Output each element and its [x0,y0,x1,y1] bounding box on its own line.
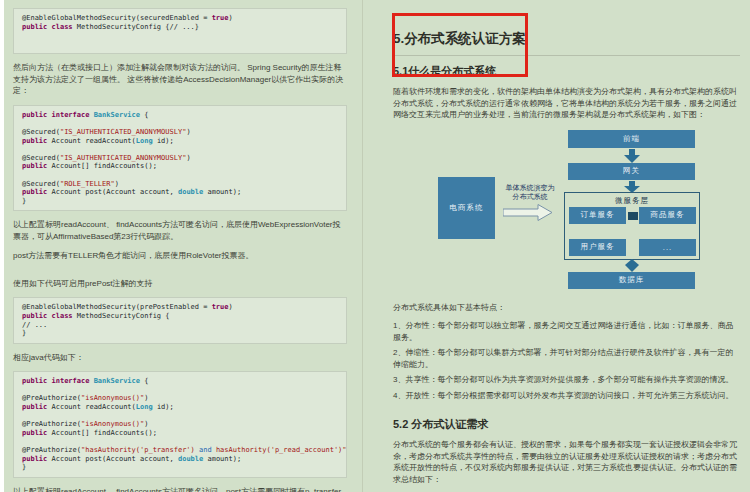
section-title-5-2: 5.2 分布式认证需求 [393,417,740,432]
feature-item: 1、分布性：每个部分都可以独立部署，服务之间交互通过网络进行通信，比如：订单服务… [393,320,740,343]
service-connector [628,212,638,220]
diagram-service-box: 用户服务 [569,239,626,256]
microservice-layer-label: 微服务层 [565,196,699,206]
paragraph-preauthorize-explain: 以上配置标明readAccount、 findAccounts方法可匿名访问，p… [13,486,347,492]
distributed-system-diagram: 电商系统 单体系统演变为 分布式系统 前端 网关 微服务层 订单服务商品服务用户… [393,128,740,295]
diamond-arrow-icon [624,259,640,272]
paragraph-method-annotation: 然后向方法（在类或接口上）添加注解就会限制对该方法的访问。 Spring Sec… [13,62,347,97]
code-block-prepost-config: @EnableGlobalMethodSecurity(prePostEnabl… [13,297,347,343]
code-block-bankservice-secured: public interface BankService { @Secured(… [13,105,347,212]
diagram-service-box: 订单服务 [569,207,626,224]
diagram-frontend-box: 前端 [568,130,695,148]
paragraph-distributed-intro: 随着软件环境和需求的变化，软件的架构由单体结构演变为分布式架构，具有分布式架构的… [393,86,740,121]
arrow-label-line2: 分布式系统 [494,192,566,202]
features-list: 1、分布性：每个部分都可以独立部署，服务之间交互通过网络进行通信，比如：订单服务… [393,320,740,401]
feature-item: 4、开放性：每个部分根据需求都可以对外发布共享资源的访问接口，并可允许第三方系统… [393,390,740,402]
section-title-5: 5.分布式系统认证方案 [393,30,740,56]
feature-item: 3、共享性：每个部分都可以作为共享资源对外提供服务，多个部分可能有操作共享资源的… [393,374,740,386]
right-block-arrow-icon [503,204,553,221]
code-block-secured-config: @EnableGlobalMethodSecurity(securedEnabl… [13,8,347,54]
diagram-service-box: 商品服务 [639,207,696,224]
diagram-arrow-label: 单体系统演变为 分布式系统 [494,183,566,202]
column-divider [362,0,363,492]
left-column: @EnableGlobalMethodSecurity(securedEnabl… [13,0,347,492]
code-block-bankservice-preauthorize: public interface BankService { @PreAutho… [13,371,347,478]
arrow-label-line1: 单体系统演变为 [494,183,566,193]
paragraph-features-intro: 分布式系统具体如下基本特点： [393,302,740,314]
right-column: 5.分布式系统认证方案 5.1什么是分布式系统 随着软件环境和需求的变化，软件的… [393,0,740,492]
page-left-margin [0,0,4,492]
diagram-microservice-layer: 微服务层 订单服务商品服务用户服务... [564,192,700,260]
feature-item: 2、伸缩性：每个部分都可以集群方式部署，并可针对部分结点进行硬件及软件扩容，具有… [393,347,740,370]
diagram-monolith-box: 电商系统 [438,177,495,239]
section-title-5-1: 5.1什么是分布式系统 [393,64,740,79]
paragraph-secured-explain: 以上配置标明readAccount、 findAccounts方法可匿名访问，底… [13,219,347,242]
paragraph-post-teller: post方法需要有TELLER角色才能访问，底层使用RoleVoter投票器。 [13,250,347,262]
diagram-gateway-box: 网关 [568,163,695,180]
paragraph-prepost-intro: 使用如下代码可启用prePost注解的支持 [13,278,347,290]
diagram-database-box: 数据库 [568,272,695,289]
paragraph-auth-requirement: 分布式系统的每个服务都会有认证、授权的需求，如果每个服务都实现一套认证授权逻辑会… [393,439,740,485]
down-arrow-icon [624,149,640,163]
paragraph-java-code-intro: 相应java代码如下： [13,352,347,364]
diagram-service-box: ... [639,239,696,256]
